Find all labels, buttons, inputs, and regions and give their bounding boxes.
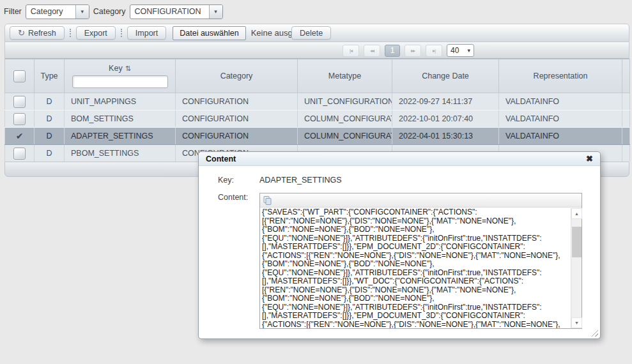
cell-metatype: COLUMN_CONFIGURATION xyxy=(298,110,392,128)
table-header-row: Type Key ⇅ Category Metatype Change Date… xyxy=(5,59,630,93)
page-size-select[interactable]: 40 ▾ xyxy=(447,44,474,57)
refresh-icon: ↻ xyxy=(18,29,25,37)
cell-representation: VALDATAINFO xyxy=(499,110,622,128)
scrollbar-thumb[interactable] xyxy=(572,227,582,257)
chevron-down-icon[interactable]: ▾ xyxy=(75,5,89,19)
header-change-date: Change Date xyxy=(392,59,499,93)
cell-type: D xyxy=(35,128,65,145)
key-filter-input[interactable] xyxy=(72,75,168,88)
cell-type: D xyxy=(35,93,65,110)
cell-change-date: 2022-04-01 15:30:13 xyxy=(392,128,499,145)
export-label: Export xyxy=(84,29,107,38)
row-checkbox[interactable] xyxy=(13,113,26,125)
scroll-down-icon[interactable]: ▼ xyxy=(571,317,582,328)
prev-page-button[interactable]: ◂◂ xyxy=(364,45,380,57)
filter-bar: Filter Category ▾ Category CONFIGURATION… xyxy=(0,0,632,23)
select-all-checkbox[interactable] xyxy=(13,70,26,82)
header-key: Key ⇅ xyxy=(65,59,176,93)
header-category: Category xyxy=(176,59,298,93)
sort-icon[interactable]: ⇅ xyxy=(125,64,131,73)
cell-metatype: COLUMN_CONFIGURATION xyxy=(298,128,392,145)
filter-label: Filter xyxy=(4,7,22,16)
cell-representation: VALDATAINFO xyxy=(499,93,622,110)
scrollbar[interactable]: ▲ ▼ xyxy=(571,208,582,328)
export-button[interactable]: Export xyxy=(76,26,116,40)
cell-filler xyxy=(622,110,630,128)
chevron-down-icon: ▾ xyxy=(467,47,470,54)
row-checkbox[interactable] xyxy=(13,96,26,108)
close-icon[interactable]: ✖ xyxy=(586,155,593,163)
cell-filler xyxy=(622,128,630,145)
copy-icon[interactable] xyxy=(263,195,273,206)
paginator-controls: |◂ ◂◂ 1 ▸▸ ▸| 40 ▾ xyxy=(343,44,474,57)
key-label: Key: xyxy=(218,176,259,185)
import-button[interactable]: Import xyxy=(127,26,166,40)
row-checkbox[interactable] xyxy=(13,148,26,160)
category-dropdown[interactable]: CONFIGURATION ▾ xyxy=(130,4,223,19)
table-row[interactable]: D BOM_SETTINGS CONFIGURATION COLUMN_CONF… xyxy=(5,110,630,128)
cell-type: D xyxy=(35,145,65,162)
page-size-value: 40 xyxy=(451,46,459,55)
header-representation: Representation xyxy=(499,59,622,93)
toolbar-separator xyxy=(121,29,122,37)
paginator: |◂ ◂◂ 1 ▸▸ ▸| 40 ▾ xyxy=(4,42,629,59)
header-filler xyxy=(622,59,630,93)
cell-representation: VALDATAINFO xyxy=(499,128,622,145)
cell-filler xyxy=(622,145,630,162)
file-choose-button[interactable]: Datei auswählen xyxy=(173,26,245,40)
cell-filler xyxy=(622,93,630,110)
table-row-selected[interactable]: ✔ D ADAPTER_SETTINGS CONFIGURATION COLUM… xyxy=(5,128,630,145)
refresh-label: Refresh xyxy=(28,29,56,38)
toolbar-separator xyxy=(70,29,71,37)
next-page-button[interactable]: ▸▸ xyxy=(405,45,421,57)
cell-type: D xyxy=(35,110,65,128)
category-value: CONFIGURATION xyxy=(130,7,209,16)
data-grid: Type Key ⇅ Category Metatype Change Date… xyxy=(4,59,629,162)
chevron-down-icon[interactable]: ▾ xyxy=(209,5,222,19)
cell-key: UNIT_MAPPINGS xyxy=(65,93,176,110)
first-page-button[interactable]: |◂ xyxy=(343,45,359,57)
header-type: Type xyxy=(35,59,65,93)
cell-key: ADAPTER_SETTINGS xyxy=(65,128,176,145)
header-key-label[interactable]: Key xyxy=(109,64,123,73)
cell-category: CONFIGURATION xyxy=(176,93,298,110)
data-table: Type Key ⇅ Category Metatype Change Date… xyxy=(4,59,630,162)
delete-label: Delete xyxy=(300,29,323,38)
delete-button[interactable]: Delete xyxy=(291,26,331,40)
cell-metatype: UNIT_CONFIGURATION xyxy=(298,93,392,110)
import-label: Import xyxy=(135,29,158,38)
cell-category: CONFIGURATION xyxy=(176,128,298,145)
last-page-button[interactable]: ▸| xyxy=(426,45,442,57)
content-textarea[interactable]: {"SAVEAS":{"WT_PART":{"CONFIGCONTAINER":… xyxy=(260,208,571,328)
header-metatype: Metatype xyxy=(298,59,392,93)
cell-change-date: 2022-10-01 20:07:40 xyxy=(392,110,499,128)
content-label: Content: xyxy=(218,193,259,329)
scroll-up-icon[interactable]: ▲ xyxy=(571,208,582,219)
cell-key: PBOM_SETTINGS xyxy=(65,145,176,162)
filter-type-value: Category xyxy=(26,7,75,16)
dialog-body: Key: ADAPTER_SETTINGS Content: {"SAVEAS"… xyxy=(199,166,600,329)
dialog-title-bar[interactable]: Content ✖ xyxy=(199,152,600,166)
dialog-title: Content xyxy=(206,155,236,163)
header-select-all-cell xyxy=(5,59,35,93)
category-label: Category xyxy=(93,7,126,16)
cell-category: CONFIGURATION xyxy=(176,110,298,128)
filter-type-dropdown[interactable]: Category ▾ xyxy=(26,4,89,19)
checked-checkbox[interactable]: ✔ xyxy=(16,131,24,141)
resize-grip-icon[interactable] xyxy=(591,330,598,337)
cell-change-date: 2022-09-27 14:11:37 xyxy=(392,93,499,110)
key-value: ADAPTER_SETTINGS xyxy=(259,176,342,185)
current-page-button[interactable]: 1 xyxy=(385,45,400,57)
editor-toolbar xyxy=(260,193,582,208)
toolbar: ↻ Refresh Export Import Datei auswählen … xyxy=(4,24,629,42)
refresh-button[interactable]: ↻ Refresh xyxy=(10,26,65,40)
content-editor: {"SAVEAS":{"WT_PART":{"CONFIGCONTAINER":… xyxy=(259,193,582,329)
cell-key: BOM_SETTINGS xyxy=(65,110,176,128)
content-dialog: Content ✖ Key: ADAPTER_SETTINGS Content:… xyxy=(198,151,601,339)
table-row[interactable]: D UNIT_MAPPINGS CONFIGURATION UNIT_CONFI… xyxy=(5,93,630,110)
